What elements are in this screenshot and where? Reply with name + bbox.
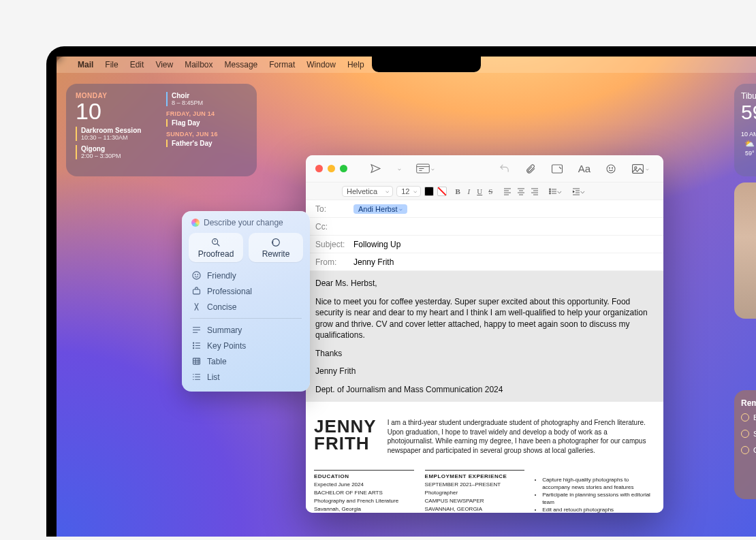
weather-hour: 10 AM ⛅ 59° — [741, 131, 756, 157]
proofread-button[interactable]: Proofread — [189, 233, 243, 262]
strike-button[interactable]: S — [486, 187, 495, 195]
compose-window: ⌵ ⌵ Aa ⌵ — [306, 155, 663, 513]
menu-help[interactable]: Help — [347, 60, 364, 69]
minimize-button[interactable] — [328, 165, 335, 172]
reminder-item[interactable]: Buy film (12 — [741, 413, 756, 422]
size-select[interactable]: 12 — [396, 186, 421, 197]
transform-table[interactable]: Table — [189, 353, 303, 369]
signature-line: Dept. of Journalism and Mass Communicati… — [315, 384, 654, 396]
svg-rect-9 — [193, 358, 200, 364]
subject-label: Subject: — [315, 240, 353, 249]
describe-change-field[interactable]: Describe your change — [189, 218, 303, 227]
transform-summary[interactable]: Summary — [189, 322, 303, 338]
menubar-app-name[interactable]: Mail — [78, 60, 93, 69]
photo-browser-button[interactable]: ⌵ — [627, 163, 654, 174]
tone-friendly[interactable]: Friendly — [189, 268, 303, 283]
tone-concise[interactable]: Concise — [189, 299, 303, 315]
writing-tools-popover: Describe your change Proofread Rewrite F… — [182, 211, 310, 392]
menu-view[interactable]: View — [155, 60, 173, 69]
reminder-item[interactable]: Call Domin — [741, 446, 756, 454]
transform-keypoints[interactable]: Key Points — [189, 338, 303, 353]
radio-icon[interactable] — [741, 430, 749, 438]
from-label: From: — [315, 257, 353, 267]
window-controls — [315, 165, 347, 172]
reminder-item[interactable]: Scholarshi — [741, 430, 756, 438]
close-button[interactable] — [315, 165, 323, 172]
from-field-row: From: Jenny Frith — [306, 253, 663, 271]
svg-point-19 — [550, 193, 551, 194]
format-button[interactable]: Aa — [573, 163, 595, 174]
attach-button[interactable] — [520, 163, 541, 174]
calendar-event: Father's Day — [166, 140, 247, 147]
calendar-day-number: 10 — [76, 99, 154, 123]
tone-professional[interactable]: Professional — [189, 283, 303, 299]
text-color-swatch[interactable] — [424, 187, 434, 196]
align-right-button[interactable] — [529, 187, 541, 195]
menu-edit[interactable]: Edit — [130, 60, 144, 69]
font-select[interactable]: Helvetica — [342, 186, 393, 197]
menu-message[interactable]: Message — [225, 60, 258, 69]
list-button[interactable]: ⌵ — [547, 187, 564, 195]
transform-list[interactable]: List — [189, 369, 303, 385]
format-bar: Helvetica 12 B I U S — [306, 182, 663, 200]
body-greeting: Dear Ms. Herbst, — [315, 278, 654, 289]
svg-point-3 — [195, 274, 195, 275]
align-left-button[interactable] — [501, 187, 514, 195]
to-label: To: — [315, 204, 353, 214]
rewrite-button[interactable]: Rewrite — [249, 233, 303, 262]
italic-button[interactable]: I — [464, 187, 473, 195]
markup-button[interactable] — [546, 163, 568, 174]
svg-point-18 — [550, 191, 551, 192]
header-fields-button[interactable]: ⌵ — [411, 163, 439, 174]
body-paragraph: Nice to meet you for coffee yesterday. S… — [315, 296, 654, 341]
align-center-button[interactable] — [515, 187, 527, 195]
reminders-widget[interactable]: Reminders Buy film (12 Scholarshi Call D… — [734, 390, 756, 499]
apple-intelligence-icon — [191, 219, 200, 227]
body-thanks: Thanks — [315, 348, 654, 360]
send-menu[interactable]: ⌵ — [392, 165, 406, 172]
reply-button[interactable] — [494, 163, 515, 174]
to-field-row: To: Andi Herbst⌵ — [306, 200, 663, 218]
radio-icon[interactable] — [741, 446, 749, 454]
calendar-widget[interactable]: MONDAY 10 Darkroom Session 10:30 – 11:30… — [66, 84, 257, 176]
attachment-preview[interactable]: JENNY FRITH I am a third-year student un… — [306, 406, 663, 513]
reminders-title: Reminders — [741, 398, 756, 408]
svg-rect-5 — [193, 289, 200, 294]
subject-field-row: Subject: Following Up — [306, 236, 663, 253]
send-button[interactable] — [365, 163, 386, 174]
calendar-event: Darkroom Session 10:30 – 11:30AM — [76, 127, 154, 141]
from-value[interactable]: Jenny Frith — [353, 257, 394, 267]
svg-point-1 — [272, 239, 280, 247]
menu-file[interactable]: File — [105, 60, 118, 69]
photos-widget[interactable] — [734, 182, 756, 319]
chevron-down-icon[interactable]: ⌵ — [399, 206, 403, 212]
calendar-event: Choir 8 – 8:45PM — [166, 92, 247, 106]
zoom-button[interactable] — [340, 165, 347, 172]
menu-mailbox[interactable]: Mailbox — [185, 60, 212, 69]
message-body[interactable]: Dear Ms. Herbst, Nice to meet you for co… — [306, 271, 663, 402]
menu-format[interactable]: Format — [269, 60, 295, 69]
weather-widget[interactable]: Tiburon 59° 10 AM ⛅ 59° 11 AM ⛅ 62° — [734, 84, 756, 176]
calendar-event: Qigong 2:00 – 3:30PM — [76, 145, 154, 159]
cc-label: Cc: — [315, 222, 353, 232]
underline-button[interactable]: U — [475, 187, 484, 195]
calendar-day-header: SUNDAY, JUN 16 — [166, 131, 247, 138]
svg-point-4 — [198, 274, 198, 275]
bold-button[interactable]: B — [453, 187, 462, 195]
subject-input[interactable]: Following Up — [353, 240, 400, 249]
recipient-token[interactable]: Andi Herbst⌵ — [353, 204, 407, 214]
bg-color-swatch[interactable] — [437, 187, 447, 196]
svg-rect-15 — [633, 164, 644, 173]
desktop: Mail File Edit View Mailbox Message Form… — [57, 57, 756, 537]
radio-icon[interactable] — [741, 413, 749, 422]
svg-point-7 — [193, 345, 194, 346]
calendar-day-header: FRIDAY, JUN 14 — [166, 110, 247, 117]
svg-point-14 — [612, 168, 612, 168]
weather-temp: 59° — [741, 101, 756, 124]
menu-window[interactable]: Window — [306, 60, 336, 69]
emoji-button[interactable] — [601, 163, 621, 174]
svg-point-2 — [193, 272, 200, 279]
compose-headers: To: Andi Herbst⌵ Cc: Subject: Following … — [306, 200, 663, 271]
compose-toolbar: ⌵ ⌵ Aa ⌵ — [306, 155, 663, 182]
indent-button[interactable]: ⌵ — [570, 187, 587, 195]
